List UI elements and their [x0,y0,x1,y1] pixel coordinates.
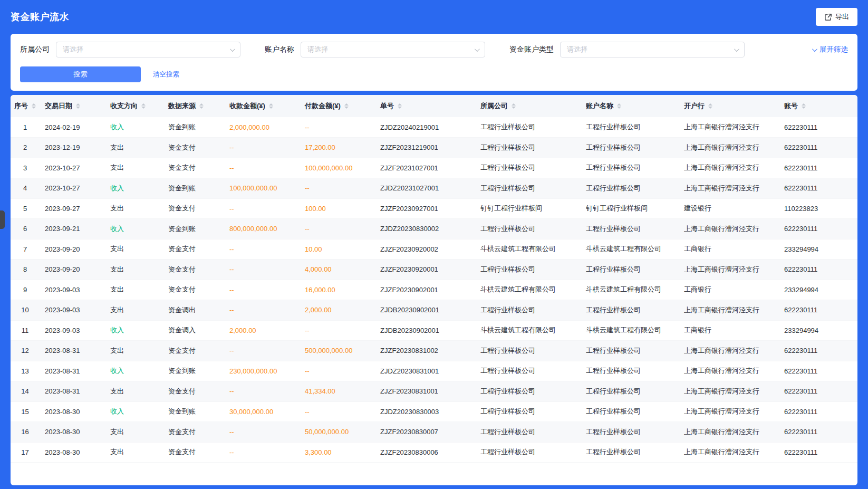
table-row[interactable]: 16 2023-08-30 支出 资金支付 -- 50,000,000.00 Z… [11,422,857,443]
cell-account-no: 622230111 [779,117,857,138]
sort-icon[interactable] [708,103,712,109]
sort-icon[interactable] [802,103,806,109]
cell-direction: 支出 [105,381,163,402]
cell-order-no: ZJZF20230831002 [375,341,475,361]
cell-date: 2023-08-30 [40,401,105,422]
table-row[interactable]: 12 2023-08-31 支出 资金支付 -- 500,000,000.00 … [11,341,857,361]
column-header[interactable]: 账户名称 [581,95,679,117]
sort-icon[interactable] [398,103,402,109]
cell-account-name: 工程行业样板公司 [581,341,679,361]
column-header[interactable]: 付款金额(¥) [300,95,375,117]
table-row[interactable]: 13 2023-08-31 收入 资金到账 230,000,000.00 -- … [11,361,857,381]
cell-payment-amount: 100.00 [300,198,375,219]
table-row[interactable]: 7 2023-09-20 支出 资金支付 -- 10.00 ZJZF202309… [11,239,857,260]
search-button[interactable]: 搜索 [20,66,141,82]
cell-date: 2023-10-27 [40,158,105,178]
cell-index: 2 [11,138,40,158]
cell-receipt-amount: 230,000,000.00 [224,361,300,381]
table-row[interactable]: 2 2023-12-19 支出 资金支付 -- 17,200.00 ZJZF20… [11,138,857,158]
cell-direction: 收入 [105,219,163,239]
cell-company: 工程行业样板公司 [475,442,581,463]
cell-receipt-amount: -- [224,381,300,402]
sort-icon[interactable] [269,103,273,109]
cell-account-name: 工程行业样板公司 [581,401,679,422]
expand-filters-link[interactable]: 展开筛选 [812,45,848,54]
cell-direction: 支出 [105,442,163,463]
sort-icon[interactable] [344,103,349,109]
cell-company: 工程行业样板公司 [475,178,581,199]
cell-account-no: 622230111 [779,341,857,361]
cell-company: 工程行业样板公司 [475,401,581,422]
filter-select[interactable]: 请选择 [56,42,240,57]
table-row[interactable]: 4 2023-10-27 收入 资金到账 100,000,000.00 -- Z… [11,178,857,199]
cell-account-no: 622230111 [779,178,857,199]
cell-source: 资金调出 [163,300,224,321]
cell-company: 斗栱云建筑工程有限公司 [475,239,581,260]
sort-icon[interactable] [32,103,36,109]
cell-source: 资金到账 [163,219,224,239]
column-header[interactable]: 交易日期 [40,95,105,117]
cell-order-no: ZJZF20231219001 [375,138,475,158]
cell-bank: 上海工商银行漕河泾支行 [679,219,779,239]
table-row[interactable]: 14 2023-08-31 支出 资金支付 -- 41,334.00 ZJZF2… [11,381,857,402]
cell-direction: 收入 [105,117,163,138]
cell-bank: 上海工商银行漕河泾支行 [679,361,779,381]
cell-company: 斗栱云建筑工程有限公司 [475,280,581,300]
cell-order-no: ZJDZ20240219001 [375,117,475,138]
sidebar-collapse-handle[interactable] [0,210,5,229]
column-header[interactable]: 收支方向 [105,95,163,117]
table-row[interactable]: 17 2023-08-30 支出 资金支付 -- 3,300.00 ZJZF20… [11,442,857,463]
table-row[interactable]: 10 2023-09-03 支出 资金调出 -- 2,000.00 ZJDB20… [11,300,857,321]
column-header[interactable]: 账号 [779,95,857,117]
cell-direction: 支出 [105,198,163,219]
column-header-label: 收支方向 [110,101,138,111]
filter-select[interactable]: 请选择 [301,42,485,57]
table-row[interactable]: 6 2023-09-21 收入 资金到账 800,000,000.00 -- Z… [11,219,857,239]
sort-icon[interactable] [617,103,621,109]
cell-receipt-amount: -- [224,260,300,280]
table-row[interactable]: 8 2023-09-20 支出 资金支付 -- 4,000.00 ZJZF202… [11,260,857,280]
cell-account-no: 622230111 [779,158,857,178]
cell-company: 工程行业样板公司 [475,117,581,138]
sort-icon[interactable] [512,103,516,109]
cell-source: 资金支付 [163,280,224,300]
table-row[interactable]: 3 2023-10-27 支出 资金支付 -- 100,000,000.00 Z… [11,158,857,178]
column-header[interactable]: 收款金额(¥) [224,95,300,117]
cell-receipt-amount: -- [224,138,300,158]
column-header[interactable]: 单号 [375,95,475,117]
table-row[interactable]: 11 2023-09-03 收入 资金调入 2,000.00 -- ZJDB20… [11,320,857,341]
sort-icon[interactable] [141,103,146,109]
table-row[interactable]: 15 2023-08-30 收入 资金到账 30,000,000.00 -- Z… [11,401,857,422]
clear-search-link[interactable]: 清空搜索 [153,70,179,79]
cell-account-name: 斗栱云建筑工程有限公司 [581,320,679,341]
transactions-table: 序号 交易日期 收支方向 数据来源 收款金额(¥) 付款金额(¥) 单号 [11,95,857,463]
cell-bank: 上海工商银行漕河泾支行 [679,178,779,199]
column-header[interactable]: 序号 [11,95,40,117]
table-row[interactable]: 1 2024-02-19 收入 资金到账 2,000,000.00 -- ZJD… [11,117,857,138]
select-placeholder: 请选择 [307,45,328,54]
sort-icon[interactable] [199,103,204,109]
cell-receipt-amount: -- [224,198,300,219]
table-row[interactable]: 9 2023-09-03 支出 资金支付 -- 16,000.00 ZJZF20… [11,280,857,300]
cell-source: 资金支付 [163,198,224,219]
cell-direction: 支出 [105,300,163,321]
table-row[interactable]: 5 2023-09-27 支出 资金支付 -- 100.00 ZJZF20230… [11,198,857,219]
column-header-label: 账户名称 [586,101,613,111]
cell-index: 17 [11,442,40,463]
chevron-down-icon [734,46,739,52]
column-header[interactable]: 数据来源 [163,95,224,117]
cell-company: 工程行业样板公司 [475,138,581,158]
filter-select[interactable]: 请选择 [560,42,745,57]
cell-order-no: ZJDZ20230830002 [375,219,475,239]
chevron-down-icon [475,46,480,52]
column-header[interactable]: 所属公司 [475,95,581,117]
cell-company: 工程行业样板公司 [475,260,581,280]
cell-index: 4 [11,178,40,199]
cell-direction: 支出 [105,422,163,443]
sort-icon[interactable] [76,103,80,109]
transactions-table-card: 序号 交易日期 收支方向 数据来源 收款金额(¥) 付款金额(¥) 单号 [11,95,857,485]
export-button[interactable]: 导出 [816,8,857,26]
cell-source: 资金支付 [163,442,224,463]
cell-bank: 上海工商银行漕河泾支行 [679,260,779,280]
column-header[interactable]: 开户行 [679,95,779,117]
